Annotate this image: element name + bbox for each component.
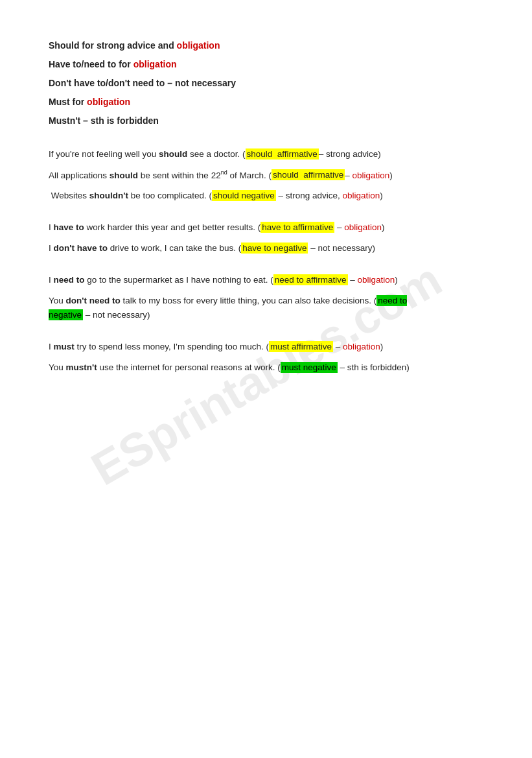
example-need-to-2: You don't need to talk to my boss for ev… xyxy=(49,294,483,322)
example-have-to-2: I don't have to drive to work, I can tak… xyxy=(49,241,483,255)
need-to-section: I need to go to the supermarket as I hav… xyxy=(49,273,483,322)
obligation-label-1: obligation xyxy=(177,40,220,51)
example-should-3: Websites shouldn't be too complicated. (… xyxy=(49,189,483,203)
obligation-label-3: obligation xyxy=(87,97,130,107)
intro-line-1: Should for strong advice and obligation xyxy=(49,39,483,53)
have-to-section: I have to work harder this year and get … xyxy=(49,220,483,255)
intro-line-3: Don't have to/don't need to – not necess… xyxy=(49,77,483,90)
main-content: Should for strong advice and obligation … xyxy=(49,39,483,374)
intro-section: Should for strong advice and obligation … xyxy=(49,39,483,128)
example-must-2: You mustn't use the internet for persona… xyxy=(49,361,483,375)
example-should-1: If you're not feeling well you should se… xyxy=(49,147,483,161)
example-need-to-1: I need to go to the supermarket as I hav… xyxy=(49,273,483,287)
must-section: I must try to spend less money, I'm spen… xyxy=(49,340,483,374)
should-section: If you're not feeling well you should se… xyxy=(49,147,483,202)
obligation-label-2: obligation xyxy=(133,59,177,69)
example-should-2: All applications should be sent within t… xyxy=(49,168,483,182)
example-have-to-1: I have to work harder this year and get … xyxy=(49,220,483,235)
example-must-1: I must try to spend less money, I'm spen… xyxy=(49,340,483,354)
intro-line-5: Mustn't – sth is forbidden xyxy=(49,114,483,128)
intro-line-2: Have to/need to for obligation xyxy=(49,58,483,71)
intro-line-4: Must for obligation xyxy=(49,95,483,109)
